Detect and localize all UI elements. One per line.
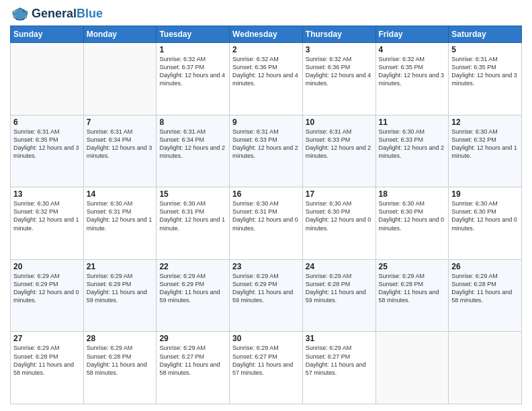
calendar-week-row: 27Sunrise: 6:29 AM Sunset: 6:28 PM Dayli… [11, 332, 522, 404]
calendar-cell: 9Sunrise: 6:31 AM Sunset: 6:33 PM Daylig… [230, 115, 303, 187]
header: GeneralBlue [10, 7, 522, 21]
day-number: 30 [232, 334, 300, 343]
calendar-cell: 15Sunrise: 6:30 AM Sunset: 6:31 PM Dayli… [157, 187, 230, 260]
calendar-cell: 8Sunrise: 6:31 AM Sunset: 6:34 PM Daylig… [157, 115, 230, 187]
day-info: Sunrise: 6:29 AM Sunset: 6:28 PM Dayligh… [13, 344, 81, 377]
day-info: Sunrise: 6:29 AM Sunset: 6:29 PM Dayligh… [159, 272, 226, 305]
calendar-cell: 11Sunrise: 6:30 AM Sunset: 6:33 PM Dayli… [375, 115, 449, 187]
day-info: Sunrise: 6:32 AM Sunset: 6:35 PM Dayligh… [379, 55, 446, 88]
weekday-header: Tuesday [157, 26, 230, 43]
day-info: Sunrise: 6:31 AM Sunset: 6:35 PM Dayligh… [13, 128, 81, 161]
day-info: Sunrise: 6:30 AM Sunset: 6:31 PM Dayligh… [87, 199, 154, 232]
day-number: 5 [451, 45, 519, 54]
day-number: 22 [159, 262, 226, 271]
calendar-cell: 31Sunrise: 6:29 AM Sunset: 6:27 PM Dayli… [302, 332, 375, 404]
calendar-cell: 26Sunrise: 6:29 AM Sunset: 6:28 PM Dayli… [449, 259, 522, 332]
calendar-cell: 14Sunrise: 6:30 AM Sunset: 6:31 PM Dayli… [83, 187, 157, 260]
day-number: 8 [159, 118, 226, 127]
calendar-cell: 4Sunrise: 6:32 AM Sunset: 6:35 PM Daylig… [375, 43, 449, 116]
calendar-cell: 20Sunrise: 6:29 AM Sunset: 6:29 PM Dayli… [11, 259, 84, 332]
logo: GeneralBlue [10, 7, 103, 21]
day-info: Sunrise: 6:30 AM Sunset: 6:33 PM Dayligh… [379, 128, 446, 161]
day-number: 1 [159, 45, 226, 54]
day-info: Sunrise: 6:32 AM Sunset: 6:36 PM Dayligh… [306, 55, 373, 88]
day-number: 31 [306, 334, 373, 343]
day-number: 21 [87, 262, 154, 271]
calendar-cell: 21Sunrise: 6:29 AM Sunset: 6:29 PM Dayli… [83, 259, 157, 332]
page: GeneralBlue SundayMondayTuesdayWednesday… [0, 0, 532, 411]
calendar-cell: 29Sunrise: 6:29 AM Sunset: 6:27 PM Dayli… [157, 332, 230, 404]
calendar-cell: 30Sunrise: 6:29 AM Sunset: 6:27 PM Dayli… [230, 332, 303, 404]
day-info: Sunrise: 6:29 AM Sunset: 6:29 PM Dayligh… [87, 272, 154, 305]
day-number: 19 [451, 189, 519, 199]
calendar-week-row: 20Sunrise: 6:29 AM Sunset: 6:29 PM Dayli… [11, 259, 522, 332]
calendar-cell: 28Sunrise: 6:29 AM Sunset: 6:28 PM Dayli… [83, 332, 157, 404]
calendar-cell: 22Sunrise: 6:29 AM Sunset: 6:29 PM Dayli… [157, 259, 230, 332]
logo-icon [10, 7, 29, 21]
day-info: Sunrise: 6:29 AM Sunset: 6:28 PM Dayligh… [379, 272, 446, 305]
calendar-header-row: SundayMondayTuesdayWednesdayThursdayFrid… [11, 26, 522, 43]
day-info: Sunrise: 6:31 AM Sunset: 6:33 PM Dayligh… [306, 128, 373, 161]
weekday-header: Sunday [11, 26, 84, 43]
calendar-cell: 25Sunrise: 6:29 AM Sunset: 6:28 PM Dayli… [375, 259, 449, 332]
weekday-header: Saturday [449, 26, 522, 43]
day-info: Sunrise: 6:29 AM Sunset: 6:27 PM Dayligh… [159, 344, 226, 377]
day-info: Sunrise: 6:29 AM Sunset: 6:27 PM Dayligh… [306, 344, 373, 377]
day-info: Sunrise: 6:30 AM Sunset: 6:30 PM Dayligh… [306, 199, 373, 232]
day-number: 28 [87, 334, 154, 343]
day-number: 15 [159, 189, 226, 199]
calendar-week-row: 13Sunrise: 6:30 AM Sunset: 6:32 PM Dayli… [11, 187, 522, 260]
day-info: Sunrise: 6:30 AM Sunset: 6:30 PM Dayligh… [451, 199, 519, 232]
calendar-cell: 5Sunrise: 6:31 AM Sunset: 6:35 PM Daylig… [449, 43, 522, 116]
calendar-cell: 13Sunrise: 6:30 AM Sunset: 6:32 PM Dayli… [11, 187, 84, 260]
day-info: Sunrise: 6:31 AM Sunset: 6:33 PM Dayligh… [232, 128, 300, 161]
day-number: 26 [451, 262, 519, 271]
day-info: Sunrise: 6:29 AM Sunset: 6:29 PM Dayligh… [13, 272, 81, 305]
day-number: 17 [306, 189, 373, 199]
calendar-cell: 3Sunrise: 6:32 AM Sunset: 6:36 PM Daylig… [302, 43, 375, 116]
weekday-header: Wednesday [230, 26, 303, 43]
day-number: 16 [232, 189, 300, 199]
calendar-cell: 10Sunrise: 6:31 AM Sunset: 6:33 PM Dayli… [302, 115, 375, 187]
day-info: Sunrise: 6:30 AM Sunset: 6:32 PM Dayligh… [451, 128, 519, 161]
weekday-header: Monday [83, 26, 157, 43]
weekday-header: Friday [375, 26, 449, 43]
calendar-cell: 16Sunrise: 6:30 AM Sunset: 6:31 PM Dayli… [230, 187, 303, 260]
day-info: Sunrise: 6:32 AM Sunset: 6:37 PM Dayligh… [159, 55, 226, 88]
calendar-cell [83, 43, 157, 116]
day-number: 3 [306, 45, 373, 54]
day-number: 14 [87, 189, 154, 199]
day-number: 11 [379, 118, 446, 127]
calendar-cell [11, 43, 84, 116]
calendar-cell: 6Sunrise: 6:31 AM Sunset: 6:35 PM Daylig… [11, 115, 84, 187]
calendar-table: SundayMondayTuesdayWednesdayThursdayFrid… [10, 26, 522, 404]
calendar-cell: 18Sunrise: 6:30 AM Sunset: 6:30 PM Dayli… [375, 187, 449, 260]
day-number: 12 [451, 118, 519, 127]
day-number: 9 [232, 118, 300, 127]
day-number: 23 [232, 262, 300, 271]
logo-text: GeneralBlue [32, 7, 103, 21]
day-number: 24 [306, 262, 373, 271]
day-info: Sunrise: 6:29 AM Sunset: 6:28 PM Dayligh… [451, 272, 519, 305]
calendar-cell: 1Sunrise: 6:32 AM Sunset: 6:37 PM Daylig… [157, 43, 230, 116]
weekday-header: Thursday [302, 26, 375, 43]
calendar-cell: 19Sunrise: 6:30 AM Sunset: 6:30 PM Dayli… [449, 187, 522, 260]
calendar-week-row: 6Sunrise: 6:31 AM Sunset: 6:35 PM Daylig… [11, 115, 522, 187]
day-number: 7 [87, 118, 154, 127]
day-number: 20 [13, 262, 81, 271]
day-info: Sunrise: 6:31 AM Sunset: 6:35 PM Dayligh… [451, 55, 519, 88]
calendar-cell: 23Sunrise: 6:29 AM Sunset: 6:29 PM Dayli… [230, 259, 303, 332]
day-number: 10 [306, 118, 373, 127]
day-number: 27 [13, 334, 81, 343]
day-number: 13 [13, 189, 81, 199]
day-number: 6 [13, 118, 81, 127]
day-info: Sunrise: 6:29 AM Sunset: 6:29 PM Dayligh… [232, 272, 300, 305]
calendar-week-row: 1Sunrise: 6:32 AM Sunset: 6:37 PM Daylig… [11, 43, 522, 116]
day-info: Sunrise: 6:29 AM Sunset: 6:27 PM Dayligh… [232, 344, 300, 377]
day-number: 4 [379, 45, 446, 54]
day-info: Sunrise: 6:29 AM Sunset: 6:28 PM Dayligh… [306, 272, 373, 305]
calendar-cell: 2Sunrise: 6:32 AM Sunset: 6:36 PM Daylig… [230, 43, 303, 116]
calendar-cell [449, 332, 522, 404]
calendar-cell: 27Sunrise: 6:29 AM Sunset: 6:28 PM Dayli… [11, 332, 84, 404]
day-number: 18 [379, 189, 446, 199]
